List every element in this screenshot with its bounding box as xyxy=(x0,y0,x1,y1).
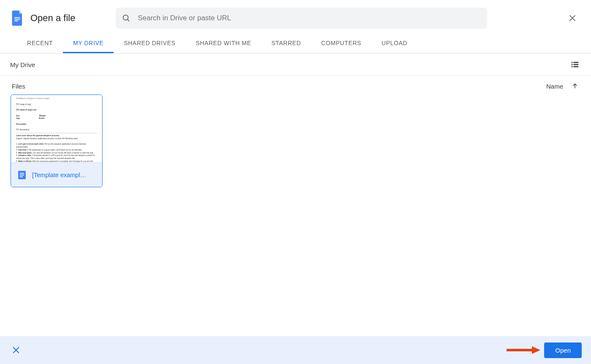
svg-rect-9 xyxy=(572,64,573,65)
svg-point-3 xyxy=(123,15,128,20)
search-input[interactable] xyxy=(137,13,481,23)
svg-rect-11 xyxy=(572,66,573,67)
footer-bar: Open xyxy=(0,336,591,364)
svg-rect-12 xyxy=(573,66,578,67)
search-box[interactable] xyxy=(116,8,487,29)
breadcrumb[interactable]: My Drive xyxy=(10,61,35,68)
files-section-label: Files xyxy=(12,83,25,90)
clear-selection-button[interactable] xyxy=(9,343,23,357)
file-card[interactable]: Available for adoption or foster-to-adop… xyxy=(11,94,103,187)
svg-rect-8 xyxy=(573,62,578,63)
svg-rect-15 xyxy=(20,173,24,174)
close-dialog-button[interactable] xyxy=(564,10,581,27)
svg-rect-17 xyxy=(20,176,23,177)
svg-rect-10 xyxy=(573,64,578,65)
sort-column[interactable]: Name xyxy=(546,83,563,90)
tab-shared-with-me[interactable]: SHARED WITH ME xyxy=(186,34,261,53)
file-grid: Available for adoption or foster-to-adop… xyxy=(0,93,591,189)
arrow-up-icon xyxy=(571,82,579,90)
tab-upload[interactable]: UPLOAD xyxy=(371,34,417,53)
google-doc-icon xyxy=(17,170,27,180)
tab-computers[interactable]: COMPUTERS xyxy=(311,34,371,53)
close-icon xyxy=(12,346,20,354)
tab-starred[interactable]: STARRED xyxy=(261,34,311,53)
tab-my-drive[interactable]: MY DRIVE xyxy=(63,34,114,53)
svg-rect-7 xyxy=(572,62,573,63)
svg-rect-1 xyxy=(14,19,20,20)
google-docs-icon xyxy=(12,11,24,26)
tabs-bar: RECENTMY DRIVESHARED DRIVESSHARED WITH M… xyxy=(0,34,591,54)
view-toggle-button[interactable] xyxy=(569,59,581,70)
svg-line-4 xyxy=(127,19,129,21)
search-icon xyxy=(122,13,131,23)
list-view-icon xyxy=(570,60,580,69)
svg-rect-16 xyxy=(20,175,24,175)
file-name: [Template exampl… xyxy=(32,172,86,178)
sort-direction-button[interactable] xyxy=(571,82,579,90)
svg-rect-0 xyxy=(14,17,20,18)
dialog-title: Open a file xyxy=(30,13,75,24)
file-thumbnail: Available for adoption or foster-to-adop… xyxy=(11,95,102,162)
svg-rect-2 xyxy=(14,21,18,22)
close-icon xyxy=(568,14,577,22)
tab-shared-drives[interactable]: SHARED DRIVES xyxy=(114,34,185,53)
tab-recent[interactable]: RECENT xyxy=(17,34,63,53)
open-button[interactable]: Open xyxy=(544,342,582,358)
